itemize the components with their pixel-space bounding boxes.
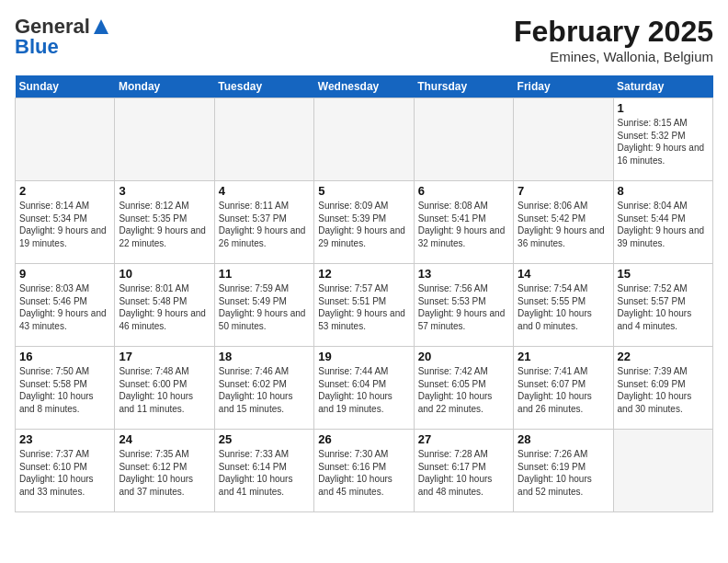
day-number: 24 [119, 432, 210, 446]
day-number: 7 [518, 184, 609, 198]
day-number: 9 [19, 267, 110, 281]
location-title: Emines, Wallonia, Belgium [514, 49, 713, 64]
day-detail: Sunrise: 8:09 AM Sunset: 5:39 PM Dayligh… [318, 200, 409, 249]
calendar-day-cell: 7Sunrise: 8:06 AM Sunset: 5:42 PM Daylig… [514, 181, 613, 264]
day-detail: Sunrise: 7:26 AM Sunset: 6:19 PM Dayligh… [518, 448, 609, 498]
day-detail: Sunrise: 7:28 AM Sunset: 6:17 PM Dayligh… [418, 448, 509, 498]
day-number: 25 [219, 432, 310, 446]
col-saturday: Saturday [613, 75, 712, 98]
calendar-day-cell: 2Sunrise: 8:14 AM Sunset: 5:34 PM Daylig… [16, 181, 115, 264]
calendar-day-cell: 4Sunrise: 8:11 AM Sunset: 5:37 PM Daylig… [214, 181, 313, 264]
day-number: 12 [318, 267, 409, 281]
calendar-day-cell: 10Sunrise: 8:01 AM Sunset: 5:48 PM Dayli… [115, 264, 214, 347]
day-detail: Sunrise: 8:14 AM Sunset: 5:34 PM Dayligh… [19, 200, 110, 249]
day-number: 15 [618, 267, 709, 281]
calendar-day-cell: 20Sunrise: 7:42 AM Sunset: 6:05 PM Dayli… [414, 347, 513, 430]
day-detail: Sunrise: 7:46 AM Sunset: 6:02 PM Dayligh… [219, 365, 310, 415]
calendar-day-cell [115, 98, 214, 181]
day-number: 16 [19, 350, 110, 363]
calendar-day-cell: 15Sunrise: 7:52 AM Sunset: 5:57 PM Dayli… [613, 264, 712, 347]
day-number: 11 [219, 267, 310, 281]
day-number: 17 [119, 350, 210, 363]
day-detail: Sunrise: 7:44 AM Sunset: 6:04 PM Dayligh… [318, 365, 409, 415]
month-title: February 2025 [514, 15, 713, 49]
day-number: 4 [219, 184, 310, 198]
calendar-day-cell: 16Sunrise: 7:50 AM Sunset: 5:58 PM Dayli… [16, 347, 115, 430]
day-detail: Sunrise: 7:33 AM Sunset: 6:14 PM Dayligh… [219, 448, 310, 498]
day-number: 22 [618, 350, 709, 363]
day-number: 3 [119, 184, 210, 198]
day-detail: Sunrise: 8:15 AM Sunset: 5:32 PM Dayligh… [618, 117, 709, 167]
day-number: 6 [418, 184, 509, 198]
calendar-day-cell: 5Sunrise: 8:09 AM Sunset: 5:39 PM Daylig… [314, 181, 414, 264]
day-number: 2 [19, 184, 110, 198]
day-number: 14 [518, 267, 609, 281]
calendar-day-cell [214, 98, 313, 181]
calendar-day-cell: 23Sunrise: 7:37 AM Sunset: 6:10 PM Dayli… [16, 430, 115, 512]
day-number: 20 [418, 350, 509, 363]
col-tuesday: Tuesday [214, 75, 313, 98]
calendar-day-cell: 18Sunrise: 7:46 AM Sunset: 6:02 PM Dayli… [214, 347, 313, 430]
day-detail: Sunrise: 8:03 AM Sunset: 5:46 PM Dayligh… [19, 282, 110, 332]
calendar-day-cell [514, 98, 613, 181]
calendar-day-cell: 25Sunrise: 7:33 AM Sunset: 6:14 PM Dayli… [214, 430, 313, 512]
calendar-day-cell: 17Sunrise: 7:48 AM Sunset: 6:00 PM Dayli… [115, 347, 214, 430]
calendar-day-cell: 28Sunrise: 7:26 AM Sunset: 6:19 PM Dayli… [514, 430, 613, 512]
col-wednesday: Wednesday [314, 75, 414, 98]
day-detail: Sunrise: 7:39 AM Sunset: 6:09 PM Dayligh… [618, 365, 709, 415]
logo-icon [92, 17, 110, 36]
day-detail: Sunrise: 8:12 AM Sunset: 5:35 PM Dayligh… [119, 200, 210, 249]
day-detail: Sunrise: 7:56 AM Sunset: 5:53 PM Dayligh… [418, 282, 509, 332]
calendar-day-cell: 27Sunrise: 7:28 AM Sunset: 6:17 PM Dayli… [414, 430, 513, 512]
day-number: 26 [318, 432, 409, 446]
calendar-day-cell: 3Sunrise: 8:12 AM Sunset: 5:35 PM Daylig… [115, 181, 214, 264]
header: General Blue February 2025 Emines, Wallo… [15, 15, 713, 64]
day-number: 23 [19, 432, 110, 446]
day-number: 8 [618, 184, 709, 198]
day-number: 21 [518, 350, 609, 363]
calendar-day-cell: 19Sunrise: 7:44 AM Sunset: 6:04 PM Dayli… [314, 347, 414, 430]
calendar-day-cell: 26Sunrise: 7:30 AM Sunset: 6:16 PM Dayli… [314, 430, 414, 512]
day-detail: Sunrise: 7:37 AM Sunset: 6:10 PM Dayligh… [19, 448, 110, 498]
day-detail: Sunrise: 7:42 AM Sunset: 6:05 PM Dayligh… [418, 365, 509, 415]
calendar-header-row: Sunday Monday Tuesday Wednesday Thursday… [16, 75, 713, 98]
svg-marker-0 [94, 19, 108, 34]
day-detail: Sunrise: 7:48 AM Sunset: 6:00 PM Dayligh… [119, 365, 210, 415]
calendar-day-cell: 21Sunrise: 7:41 AM Sunset: 6:07 PM Dayli… [514, 347, 613, 430]
day-detail: Sunrise: 8:06 AM Sunset: 5:42 PM Dayligh… [518, 200, 609, 249]
day-detail: Sunrise: 7:50 AM Sunset: 5:58 PM Dayligh… [19, 365, 110, 415]
calendar-day-cell: 13Sunrise: 7:56 AM Sunset: 5:53 PM Dayli… [414, 264, 513, 347]
calendar-day-cell: 6Sunrise: 8:08 AM Sunset: 5:41 PM Daylig… [414, 181, 513, 264]
title-area: February 2025 Emines, Wallonia, Belgium [514, 15, 713, 64]
day-number: 5 [318, 184, 409, 198]
calendar-day-cell: 22Sunrise: 7:39 AM Sunset: 6:09 PM Dayli… [613, 347, 712, 430]
calendar-day-cell: 24Sunrise: 7:35 AM Sunset: 6:12 PM Dayli… [115, 430, 214, 512]
calendar-day-cell: 1Sunrise: 8:15 AM Sunset: 5:32 PM Daylig… [613, 98, 712, 181]
calendar-day-cell [613, 430, 712, 512]
day-detail: Sunrise: 7:52 AM Sunset: 5:57 PM Dayligh… [618, 282, 709, 332]
calendar-week-row: 2Sunrise: 8:14 AM Sunset: 5:34 PM Daylig… [16, 181, 713, 264]
day-detail: Sunrise: 8:11 AM Sunset: 5:37 PM Dayligh… [219, 200, 310, 249]
day-number: 19 [318, 350, 409, 363]
day-number: 1 [618, 101, 709, 115]
day-number: 27 [418, 432, 509, 446]
day-detail: Sunrise: 8:08 AM Sunset: 5:41 PM Dayligh… [418, 200, 509, 249]
day-detail: Sunrise: 7:57 AM Sunset: 5:51 PM Dayligh… [318, 282, 409, 332]
col-friday: Friday [514, 75, 613, 98]
calendar-week-row: 16Sunrise: 7:50 AM Sunset: 5:58 PM Dayli… [16, 347, 713, 430]
calendar-week-row: 1Sunrise: 8:15 AM Sunset: 5:32 PM Daylig… [16, 98, 713, 181]
day-number: 13 [418, 267, 509, 281]
day-detail: Sunrise: 8:01 AM Sunset: 5:48 PM Dayligh… [119, 282, 210, 332]
calendar-day-cell: 12Sunrise: 7:57 AM Sunset: 5:51 PM Dayli… [314, 264, 414, 347]
calendar-day-cell [16, 98, 115, 181]
logo-blue-text: Blue [15, 35, 59, 59]
day-detail: Sunrise: 7:54 AM Sunset: 5:55 PM Dayligh… [518, 282, 609, 332]
calendar-day-cell [414, 98, 513, 181]
col-thursday: Thursday [414, 75, 513, 98]
day-detail: Sunrise: 8:04 AM Sunset: 5:44 PM Dayligh… [618, 200, 709, 249]
day-detail: Sunrise: 7:30 AM Sunset: 6:16 PM Dayligh… [318, 448, 409, 498]
day-number: 10 [119, 267, 210, 281]
calendar-day-cell: 11Sunrise: 7:59 AM Sunset: 5:49 PM Dayli… [214, 264, 313, 347]
day-detail: Sunrise: 7:41 AM Sunset: 6:07 PM Dayligh… [518, 365, 609, 415]
calendar-table: Sunday Monday Tuesday Wednesday Thursday… [15, 75, 713, 512]
